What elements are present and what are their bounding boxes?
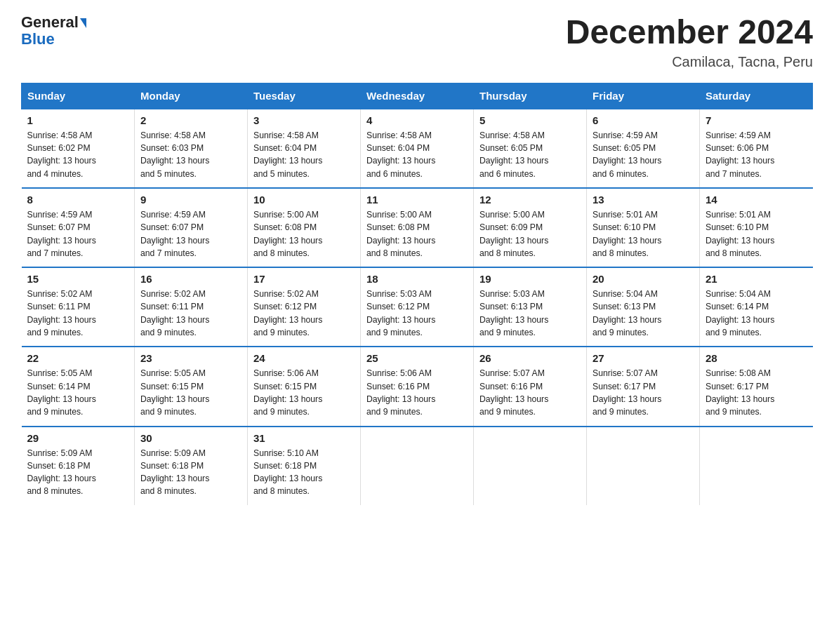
- calendar-cell: 21Sunrise: 5:04 AMSunset: 6:14 PMDayligh…: [700, 267, 813, 347]
- day-info: Sunrise: 4:58 AMSunset: 6:05 PMDaylight:…: [479, 129, 581, 180]
- day-info: Sunrise: 5:02 AMSunset: 6:11 PMDaylight:…: [140, 288, 241, 339]
- week-row-1: 1Sunrise: 4:58 AMSunset: 6:02 PMDaylight…: [22, 109, 813, 188]
- day-number: 18: [366, 273, 468, 285]
- calendar-cell: 20Sunrise: 5:04 AMSunset: 6:13 PMDayligh…: [587, 267, 700, 347]
- day-number: 21: [706, 273, 807, 285]
- day-number: 22: [27, 352, 129, 364]
- day-number: 10: [253, 194, 355, 206]
- day-number: 28: [706, 352, 807, 364]
- calendar-cell: 22Sunrise: 5:05 AMSunset: 6:14 PMDayligh…: [22, 347, 135, 426]
- day-info: Sunrise: 5:05 AMSunset: 6:15 PMDaylight:…: [140, 367, 241, 418]
- day-number: 24: [253, 352, 355, 364]
- calendar-cell: 30Sunrise: 5:09 AMSunset: 6:18 PMDayligh…: [135, 427, 248, 505]
- page-header: General Blue December 2024 Camilaca, Tac…: [21, 14, 813, 70]
- weekday-header-tuesday: Tuesday: [248, 83, 361, 109]
- weekday-header-row: SundayMondayTuesdayWednesdayThursdayFrid…: [22, 83, 813, 109]
- day-info: Sunrise: 5:02 AMSunset: 6:11 PMDaylight:…: [27, 288, 129, 339]
- week-row-4: 22Sunrise: 5:05 AMSunset: 6:14 PMDayligh…: [22, 347, 813, 426]
- calendar-cell: 8Sunrise: 4:59 AMSunset: 6:07 PMDaylight…: [22, 188, 135, 267]
- day-number: 31: [253, 432, 355, 444]
- day-info: Sunrise: 5:00 AMSunset: 6:08 PMDaylight:…: [253, 208, 355, 260]
- day-info: Sunrise: 5:03 AMSunset: 6:12 PMDaylight:…: [366, 288, 468, 339]
- calendar-cell: 9Sunrise: 4:59 AMSunset: 6:07 PMDaylight…: [135, 188, 248, 267]
- day-info: Sunrise: 5:04 AMSunset: 6:14 PMDaylight:…: [706, 288, 807, 339]
- day-number: 30: [140, 432, 241, 444]
- calendar-cell: 18Sunrise: 5:03 AMSunset: 6:12 PMDayligh…: [361, 267, 474, 347]
- calendar-cell: 13Sunrise: 5:01 AMSunset: 6:10 PMDayligh…: [587, 188, 700, 267]
- day-info: Sunrise: 5:09 AMSunset: 6:18 PMDaylight:…: [140, 447, 241, 498]
- calendar-subtitle: Camilaca, Tacna, Peru: [566, 54, 813, 70]
- day-info: Sunrise: 4:58 AMSunset: 6:03 PMDaylight:…: [140, 129, 241, 180]
- day-number: 19: [479, 273, 581, 285]
- calendar-cell: 7Sunrise: 4:59 AMSunset: 6:06 PMDaylight…: [700, 109, 813, 188]
- calendar-cell: 15Sunrise: 5:02 AMSunset: 6:11 PMDayligh…: [22, 267, 135, 347]
- calendar-cell: 11Sunrise: 5:00 AMSunset: 6:08 PMDayligh…: [361, 188, 474, 267]
- calendar-cell: 31Sunrise: 5:10 AMSunset: 6:18 PMDayligh…: [248, 427, 361, 505]
- logo-text: General Blue: [21, 14, 86, 48]
- day-info: Sunrise: 5:03 AMSunset: 6:13 PMDaylight:…: [479, 288, 581, 339]
- day-info: Sunrise: 4:58 AMSunset: 6:02 PMDaylight:…: [27, 129, 129, 180]
- calendar-cell: 10Sunrise: 5:00 AMSunset: 6:08 PMDayligh…: [248, 188, 361, 267]
- calendar-cell: [361, 427, 474, 505]
- logo-triangle-icon: [80, 18, 86, 28]
- calendar-cell: 12Sunrise: 5:00 AMSunset: 6:09 PMDayligh…: [474, 188, 587, 267]
- day-number: 2: [140, 114, 241, 126]
- calendar-cell: 5Sunrise: 4:58 AMSunset: 6:05 PMDaylight…: [474, 109, 587, 188]
- day-number: 3: [253, 114, 355, 126]
- calendar-cell: 19Sunrise: 5:03 AMSunset: 6:13 PMDayligh…: [474, 267, 587, 347]
- day-number: 6: [593, 114, 694, 126]
- calendar-cell: 23Sunrise: 5:05 AMSunset: 6:15 PMDayligh…: [135, 347, 248, 426]
- logo-blue: Blue: [21, 30, 55, 48]
- day-number: 5: [479, 114, 581, 126]
- calendar-cell: 6Sunrise: 4:59 AMSunset: 6:05 PMDaylight…: [587, 109, 700, 188]
- day-number: 26: [479, 352, 581, 364]
- day-info: Sunrise: 4:59 AMSunset: 6:07 PMDaylight:…: [27, 208, 129, 260]
- day-info: Sunrise: 5:09 AMSunset: 6:18 PMDaylight:…: [27, 447, 129, 498]
- weekday-header-wednesday: Wednesday: [361, 83, 474, 109]
- day-info: Sunrise: 5:04 AMSunset: 6:13 PMDaylight:…: [593, 288, 694, 339]
- calendar-cell: 24Sunrise: 5:06 AMSunset: 6:15 PMDayligh…: [248, 347, 361, 426]
- calendar-cell: 28Sunrise: 5:08 AMSunset: 6:17 PMDayligh…: [700, 347, 813, 426]
- day-info: Sunrise: 4:59 AMSunset: 6:05 PMDaylight:…: [593, 129, 694, 180]
- day-number: 17: [253, 273, 355, 285]
- day-number: 8: [27, 194, 129, 206]
- day-info: Sunrise: 5:00 AMSunset: 6:09 PMDaylight:…: [479, 208, 581, 260]
- calendar-cell: 17Sunrise: 5:02 AMSunset: 6:12 PMDayligh…: [248, 267, 361, 347]
- calendar-cell: 2Sunrise: 4:58 AMSunset: 6:03 PMDaylight…: [135, 109, 248, 188]
- title-block: December 2024 Camilaca, Tacna, Peru: [566, 14, 813, 70]
- day-number: 23: [140, 352, 241, 364]
- calendar-cell: [587, 427, 700, 505]
- weekday-header-saturday: Saturday: [700, 83, 813, 109]
- day-info: Sunrise: 5:07 AMSunset: 6:16 PMDaylight:…: [479, 367, 581, 418]
- week-row-3: 15Sunrise: 5:02 AMSunset: 6:11 PMDayligh…: [22, 267, 813, 347]
- day-info: Sunrise: 4:58 AMSunset: 6:04 PMDaylight:…: [253, 129, 355, 180]
- calendar-cell: 1Sunrise: 4:58 AMSunset: 6:02 PMDaylight…: [22, 109, 135, 188]
- calendar-cell: 3Sunrise: 4:58 AMSunset: 6:04 PMDaylight…: [248, 109, 361, 188]
- day-info: Sunrise: 4:59 AMSunset: 6:06 PMDaylight:…: [706, 129, 807, 180]
- day-number: 1: [27, 114, 129, 126]
- weekday-header-sunday: Sunday: [22, 83, 135, 109]
- day-number: 4: [366, 114, 468, 126]
- calendar-cell: 25Sunrise: 5:06 AMSunset: 6:16 PMDayligh…: [361, 347, 474, 426]
- day-info: Sunrise: 4:59 AMSunset: 6:07 PMDaylight:…: [140, 208, 241, 260]
- day-number: 27: [593, 352, 694, 364]
- day-info: Sunrise: 5:02 AMSunset: 6:12 PMDaylight:…: [253, 288, 355, 339]
- day-number: 11: [366, 194, 468, 206]
- calendar-cell: 4Sunrise: 4:58 AMSunset: 6:04 PMDaylight…: [361, 109, 474, 188]
- day-info: Sunrise: 5:06 AMSunset: 6:16 PMDaylight:…: [366, 367, 468, 418]
- week-row-2: 8Sunrise: 4:59 AMSunset: 6:07 PMDaylight…: [22, 188, 813, 267]
- day-info: Sunrise: 4:58 AMSunset: 6:04 PMDaylight:…: [366, 129, 468, 180]
- weekday-header-monday: Monday: [135, 83, 248, 109]
- day-number: 16: [140, 273, 241, 285]
- weekday-header-thursday: Thursday: [474, 83, 587, 109]
- weekday-header-friday: Friday: [587, 83, 700, 109]
- logo-general: General: [21, 13, 79, 31]
- calendar-cell: 26Sunrise: 5:07 AMSunset: 6:16 PMDayligh…: [474, 347, 587, 426]
- day-number: 29: [27, 432, 129, 444]
- logo: General Blue: [21, 14, 86, 48]
- calendar-cell: 29Sunrise: 5:09 AMSunset: 6:18 PMDayligh…: [22, 427, 135, 505]
- calendar-title: December 2024: [566, 14, 813, 51]
- day-info: Sunrise: 5:01 AMSunset: 6:10 PMDaylight:…: [706, 208, 807, 260]
- day-info: Sunrise: 5:01 AMSunset: 6:10 PMDaylight:…: [593, 208, 694, 260]
- calendar-cell: 14Sunrise: 5:01 AMSunset: 6:10 PMDayligh…: [700, 188, 813, 267]
